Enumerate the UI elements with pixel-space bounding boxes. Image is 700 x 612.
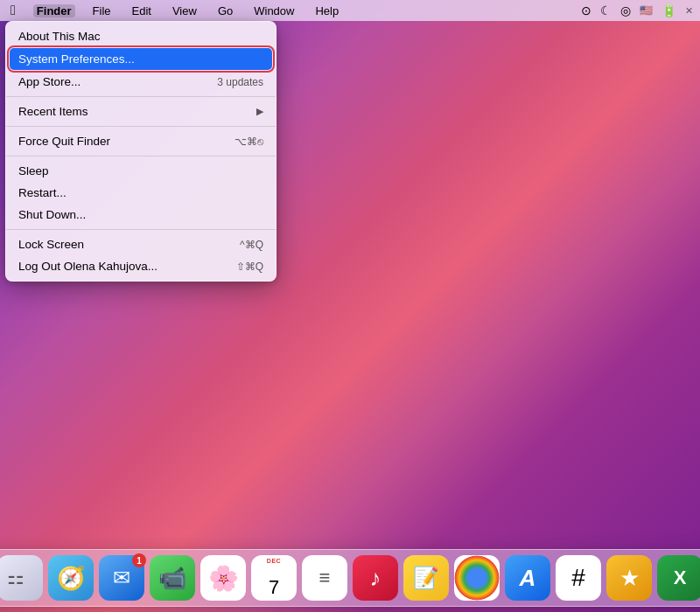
dock-item-excel[interactable]: X bbox=[657, 555, 700, 601]
mail-badge: 1 bbox=[132, 553, 146, 567]
menubar-edit[interactable]: Edit bbox=[129, 4, 155, 17]
dock-item-reeder[interactable]: ★ bbox=[606, 555, 652, 601]
menubar-help[interactable]: Help bbox=[312, 4, 342, 17]
close-icon[interactable]: ✕ bbox=[685, 5, 693, 17]
menubar-left:  Finder File Edit View Go Window Help bbox=[7, 3, 342, 18]
appstore-icon: A bbox=[520, 565, 536, 592]
photos-icon: 🌸 bbox=[208, 564, 239, 593]
reminders-icon: ≡ bbox=[319, 567, 331, 589]
dock-item-safari[interactable]: 🧭 bbox=[48, 555, 94, 601]
divider-3 bbox=[6, 156, 276, 156]
lock-screen-shortcut: ^⌘Q bbox=[240, 239, 263, 251]
notes-icon: 📝 bbox=[413, 566, 439, 590]
divider-4 bbox=[6, 229, 276, 230]
menu-item-about-label: About This Mac bbox=[18, 30, 101, 43]
apple-dropdown-menu: About This Mac System Preferences... App… bbox=[5, 21, 276, 282]
menu-item-shutdown[interactable]: Shut Down... bbox=[6, 204, 276, 226]
safari-icon: 🧭 bbox=[57, 565, 85, 592]
chevron-right-icon: ▶ bbox=[256, 106, 263, 117]
menu-item-force-quit-label: Force Quit Finder bbox=[18, 135, 110, 148]
app-store-badge: 3 updates bbox=[217, 76, 263, 88]
menu-item-logout-label: Log Out Olena Kahujova... bbox=[18, 260, 158, 273]
divider-2 bbox=[6, 126, 276, 127]
dock-item-launchpad[interactable]: ⚏ bbox=[0, 555, 43, 601]
dock-item-calendar[interactable]: DEC 7 bbox=[251, 555, 297, 601]
menu-item-system-prefs-label: System Preferences... bbox=[18, 52, 135, 66]
excel-icon: X bbox=[674, 567, 687, 589]
launchpad-icon: ⚏ bbox=[4, 563, 37, 593]
logout-shortcut: ⇧⌘Q bbox=[236, 261, 263, 273]
calendar-day-icon: 7 bbox=[269, 578, 279, 597]
menubar-go[interactable]: Go bbox=[214, 4, 236, 17]
menubar-finder[interactable]: Finder bbox=[33, 4, 75, 17]
slack-icon: # bbox=[571, 564, 585, 592]
apple-menu[interactable]:  bbox=[7, 3, 19, 18]
battery-icon[interactable]: 🔋 bbox=[662, 3, 676, 17]
force-quit-shortcut: ⌥⌘⎋ bbox=[234, 136, 263, 148]
menu-item-app-store-label: App Store... bbox=[18, 75, 80, 88]
dock-item-slack[interactable]: # bbox=[556, 555, 601, 601]
dock: 🔵 ⚏ 🧭 ✉ 1 📹 🌸 DEC 7 ≡ ♪ 📝 A bbox=[0, 549, 700, 607]
menu-item-shutdown-label: Shut Down... bbox=[18, 208, 86, 221]
moon-icon[interactable]: ☾ bbox=[600, 3, 612, 17]
facetime-icon: 📹 bbox=[158, 565, 186, 592]
menubar-view[interactable]: View bbox=[169, 4, 200, 17]
dock-item-notes[interactable]: 📝 bbox=[403, 555, 449, 601]
menu-item-app-store[interactable]: App Store... 3 updates bbox=[6, 71, 276, 93]
menubar-right: ⊙ ☾ ◎ 🇺🇸 🔋 ✕ bbox=[581, 3, 693, 17]
menu-item-system-prefs[interactable]: System Preferences... bbox=[10, 48, 272, 70]
menu-item-lock-screen-label: Lock Screen bbox=[18, 238, 84, 251]
dock-item-facetime[interactable]: 📹 bbox=[150, 555, 195, 601]
target-icon[interactable]: ⊙ bbox=[581, 3, 592, 17]
flag-icon[interactable]: 🇺🇸 bbox=[640, 4, 653, 17]
mail-icon: ✉ bbox=[113, 566, 130, 590]
dock-item-mail[interactable]: ✉ 1 bbox=[99, 555, 144, 601]
menu-item-sleep-label: Sleep bbox=[18, 164, 49, 177]
menubar-file[interactable]: File bbox=[89, 4, 115, 17]
menubar:  Finder File Edit View Go Window Help ⊙… bbox=[0, 0, 700, 21]
star-icon: ★ bbox=[620, 565, 640, 592]
menu-item-logout[interactable]: Log Out Olena Kahujova... ⇧⌘Q bbox=[6, 255, 276, 277]
calendar-month-icon: DEC bbox=[267, 558, 281, 564]
menu-item-recent-items-label: Recent Items bbox=[18, 105, 88, 118]
menubar-window[interactable]: Window bbox=[250, 4, 298, 17]
menu-item-restart-label: Restart... bbox=[18, 186, 66, 199]
wifi-icon[interactable]: ◎ bbox=[620, 3, 631, 17]
menu-item-lock-screen[interactable]: Lock Screen ^⌘Q bbox=[6, 233, 276, 255]
dock-item-photos[interactable]: 🌸 bbox=[200, 555, 246, 601]
menu-item-about[interactable]: About This Mac bbox=[6, 25, 276, 47]
dock-item-chrome[interactable] bbox=[454, 555, 500, 601]
menu-item-restart[interactable]: Restart... bbox=[6, 182, 276, 204]
menu-item-sleep[interactable]: Sleep bbox=[6, 160, 276, 182]
dock-item-appstore[interactable]: A bbox=[505, 555, 550, 601]
menu-item-force-quit[interactable]: Force Quit Finder ⌥⌘⎋ bbox=[6, 130, 276, 152]
dock-item-music[interactable]: ♪ bbox=[353, 555, 398, 601]
music-icon: ♪ bbox=[370, 565, 382, 592]
menu-item-recent-items[interactable]: Recent Items ▶ bbox=[6, 101, 276, 122]
divider-1 bbox=[6, 96, 276, 97]
dock-item-reminders[interactable]: ≡ bbox=[302, 555, 347, 601]
